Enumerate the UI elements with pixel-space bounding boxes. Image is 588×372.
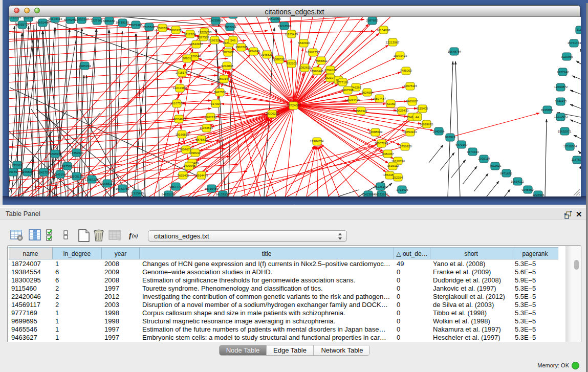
svg-text:8878832: 8878832 [195, 138, 208, 141]
svg-text:9242848: 9242848 [221, 64, 233, 68]
svg-text:9327503: 9327503 [197, 36, 209, 39]
svg-text:14055724: 14055724 [16, 23, 30, 26]
svg-text:10975887: 10975887 [60, 165, 74, 168]
svg-text:7955812: 7955812 [315, 59, 328, 62]
svg-text:11923445: 11923445 [130, 192, 144, 195]
svg-text:6479197: 6479197 [455, 143, 468, 146]
svg-text:39159: 39159 [9, 170, 17, 173]
svg-text:19654923: 19654923 [403, 130, 417, 134]
svg-text:11615594: 11615594 [9, 17, 21, 19]
svg-text:18724007: 18724007 [287, 104, 301, 107]
svg-text:2935114: 2935114 [478, 157, 491, 160]
svg-text:8813054: 8813054 [269, 17, 281, 20]
svg-text:9463627: 9463627 [406, 100, 418, 103]
svg-text:6794028: 6794028 [324, 69, 337, 72]
svg-text:938923: 938923 [445, 136, 456, 139]
svg-text:1362615: 1362615 [299, 66, 311, 69]
svg-text:5875685: 5875685 [222, 51, 234, 54]
svg-text:16914479: 16914479 [194, 174, 208, 177]
svg-text:1409948: 1409948 [183, 164, 195, 167]
svg-text:16154838: 16154838 [377, 29, 390, 32]
svg-text:1117: 1117 [577, 28, 581, 31]
svg-text:12975115: 12975115 [404, 84, 418, 87]
svg-text:7816184: 7816184 [23, 17, 35, 19]
svg-text:9857771: 9857771 [169, 185, 182, 188]
svg-text:17016504: 17016504 [563, 145, 577, 148]
svg-text:16543382: 16543382 [189, 42, 203, 46]
svg-text:19166829: 19166829 [176, 133, 189, 136]
svg-text:10807487: 10807487 [373, 97, 386, 100]
svg-text:1640954: 1640954 [432, 130, 445, 133]
svg-text:1244415: 1244415 [555, 100, 567, 103]
svg-text:15692971: 15692971 [558, 130, 572, 133]
svg-text:2905334: 2905334 [79, 64, 91, 68]
svg-text:8215953: 8215953 [541, 108, 553, 112]
svg-text:20691406: 20691406 [36, 21, 50, 24]
svg-text:19654923: 19654923 [172, 118, 186, 121]
svg-text:9777169: 9777169 [336, 81, 349, 84]
svg-text:6497568: 6497568 [341, 89, 354, 92]
svg-text:20206536: 20206536 [48, 152, 62, 156]
svg-text:16671385: 16671385 [129, 24, 143, 27]
svg-text:(x): (x) [132, 233, 138, 239]
svg-text:16210643: 16210643 [554, 115, 568, 118]
svg-text:12093872: 12093872 [554, 85, 568, 89]
svg-text:44: 44 [416, 116, 419, 119]
svg-text:10961758: 10961758 [306, 51, 320, 54]
svg-text:16136141: 16136141 [374, 185, 388, 188]
svg-text:17957225: 17957225 [85, 178, 99, 181]
svg-text:11353594: 11353594 [200, 126, 213, 129]
svg-text:1527602: 1527602 [91, 19, 103, 22]
svg-text:10973493: 10973493 [394, 54, 407, 57]
svg-text:1615112: 1615112 [387, 164, 400, 167]
svg-text:3115405: 3115405 [417, 107, 429, 110]
svg-text:11325419: 11325419 [285, 33, 298, 36]
svg-text:18807249: 18807249 [375, 142, 388, 145]
svg-text:9474444: 9474444 [467, 150, 479, 154]
svg-text:2042757: 2042757 [37, 171, 50, 174]
svg-text:835061: 835061 [12, 164, 23, 167]
svg-text:917004: 917004 [211, 102, 222, 105]
svg-text:546: 546 [230, 39, 236, 42]
svg-text:7986322: 7986322 [355, 110, 367, 113]
svg-text:1733426: 1733426 [396, 188, 408, 191]
svg-text:2803144: 2803144 [217, 77, 230, 80]
svg-text:16899695: 16899695 [420, 123, 433, 126]
svg-text:2967608: 2967608 [235, 46, 248, 49]
svg-text:8912954: 8912954 [184, 33, 196, 36]
svg-text:3267130: 3267130 [205, 116, 217, 119]
svg-text:7485003: 7485003 [400, 69, 412, 72]
svg-text:8471676: 8471676 [500, 172, 512, 175]
svg-text:16107552: 16107552 [170, 102, 184, 105]
svg-text:8660128: 8660128 [169, 29, 182, 32]
svg-text:28300203: 28300203 [266, 112, 279, 115]
svg-text:1588520: 1588520 [273, 58, 285, 61]
svg-text:6466160: 6466160 [103, 19, 115, 23]
svg-text:19716485: 19716485 [205, 187, 219, 190]
svg-text:7857224: 7857224 [224, 26, 236, 29]
svg-text:12213967: 12213967 [386, 41, 400, 44]
svg-text:7625402: 7625402 [177, 174, 189, 177]
svg-text:16782759: 16782759 [116, 187, 129, 190]
svg-text:12505135: 12505135 [70, 175, 83, 178]
svg-text:2087682: 2087682 [366, 19, 378, 22]
svg-text:8990448: 8990448 [311, 70, 323, 73]
svg-text:4498222: 4498222 [189, 151, 201, 155]
svg-text:12213389: 12213389 [173, 86, 187, 90]
svg-text:10025433: 10025433 [395, 109, 409, 112]
svg-text:9245652: 9245652 [521, 188, 534, 191]
svg-text:93103413: 93103413 [49, 17, 62, 20]
svg-text:16648784: 16648784 [448, 50, 462, 53]
svg-text:64139537: 64139537 [216, 193, 230, 196]
svg-text:8454749: 8454749 [248, 50, 260, 53]
svg-text:16033809: 16033809 [209, 19, 223, 22]
svg-text:10719185: 10719185 [116, 21, 129, 24]
svg-text:8427552: 8427552 [214, 91, 226, 94]
svg-text:1167533: 1167533 [572, 158, 581, 161]
svg-text:7515526: 7515526 [143, 26, 155, 29]
svg-text:10654112: 10654112 [511, 180, 525, 183]
svg-text:98901: 98901 [183, 57, 191, 60]
svg-text:72423884: 72423884 [362, 193, 376, 196]
svg-text:7632621: 7632621 [489, 164, 502, 167]
svg-text:10653267: 10653267 [75, 18, 89, 21]
